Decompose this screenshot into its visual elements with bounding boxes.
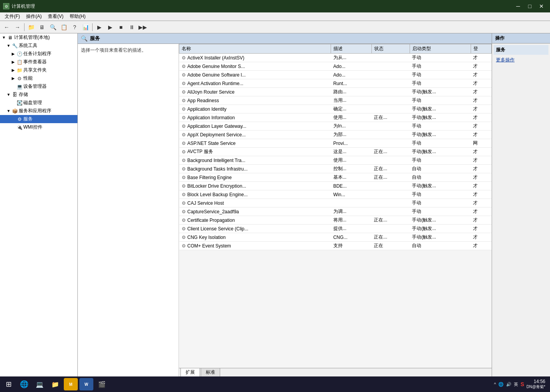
col-status[interactable]: 状态 [371, 44, 410, 54]
computer-button[interactable]: 🖥 [37, 23, 47, 32]
col-description[interactable]: 描述 [331, 44, 372, 54]
expand-storage[interactable]: ▼ [6, 92, 11, 97]
table-row[interactable]: ⚙ Block Level Backup Engine... Win... 手动… [179, 190, 492, 199]
play-button[interactable]: ▶ [94, 23, 104, 32]
sidebar-item-shared-folders[interactable]: ▶ 📁 共享文件夹 [0, 66, 77, 74]
table-row[interactable]: ⚙ COM+ Event System 支持 正在 自动 才 [179, 242, 492, 250]
service-desc-cell: 提供... [331, 225, 372, 233]
expand-shared-folders[interactable]: ▶ [11, 68, 16, 73]
table-row[interactable]: ⚙ Application Layer Gateway... 为In... 手动… [179, 122, 492, 131]
expand-task-scheduler[interactable]: ▶ [11, 52, 16, 56]
menu-item-查看V[interactable]: 查看(V) [45, 12, 67, 21]
sidebar-item-disk-management[interactable]: 💽 磁盘管理 [0, 99, 77, 107]
stop-button[interactable]: ■ [116, 23, 126, 32]
back-button[interactable]: ← [2, 23, 12, 32]
service-gear-icon: ⚙ [182, 243, 186, 249]
expand-event-viewer[interactable]: ▶ [11, 60, 16, 64]
table-row[interactable]: ⚙ Adobe Genuine Software l... Ado... 手动 … [179, 71, 492, 79]
expand-services-apps[interactable]: ▼ [6, 109, 11, 113]
help-button[interactable]: ? [70, 23, 80, 32]
table-row[interactable]: ⚙ AVCTP 服务 这是... 正在... 手动(触发... 才 [179, 148, 492, 156]
expand-performance[interactable]: ▶ [11, 76, 16, 81]
expand-system-tools[interactable]: ▼ [6, 44, 11, 48]
minimize-button[interactable]: ─ [513, 2, 524, 10]
forward-button[interactable]: → [12, 23, 23, 32]
service-startup-cell: 手动 [410, 190, 471, 199]
tab-expand[interactable]: 扩展 [180, 368, 200, 376]
maximize-button[interactable]: □ [524, 2, 535, 10]
table-row[interactable]: ⚙ App Readiness 当用... 手动 才 [179, 96, 492, 105]
service-gear-icon: ⚙ [182, 89, 186, 95]
menu-item-帮助H[interactable]: 帮助(H) [67, 12, 89, 21]
table-row[interactable]: ⚙ Background Tasks Infrastru... 控制... 正在… [179, 165, 492, 173]
expand-root[interactable]: ▼ [2, 35, 6, 40]
table-row[interactable]: ⚙ Agent Activation Runtime... Runt... 手动… [179, 79, 492, 88]
sidebar-item-device-manager[interactable]: 💻 设备管理器 [0, 82, 77, 91]
menu-item-文件F[interactable]: 文件(F) [2, 12, 23, 21]
export-button[interactable]: 📋 [59, 23, 69, 32]
taskbar-app-icon-s[interactable]: S [520, 381, 524, 387]
sidebar-item-storage[interactable]: ▼ 🗄 存储 [0, 91, 77, 99]
services-table-container[interactable]: 名称 描述 状态 启动类型 登 ⚙ ActiveX Installer (AxI… [179, 44, 492, 368]
titlebar-controls[interactable]: ─ □ ✕ [513, 2, 547, 10]
service-desc-cell: 路由... [331, 88, 372, 96]
taskbar-clock[interactable]: 14:56 DN@青菊* [527, 379, 546, 390]
sidebar-item-system-tools[interactable]: ▼ 🔧 系统工具 [0, 42, 77, 50]
view-button[interactable]: 📊 [81, 23, 91, 32]
sidebar-item-task-scheduler[interactable]: ▶ 🕐 任务计划程序 [0, 50, 77, 58]
sidebar-item-event-viewer[interactable]: ▶ 📋 事件查看器 [0, 58, 77, 66]
table-row[interactable]: ⚙ Adobe Genuine Monitor S... Ado... 手动 才 [179, 62, 492, 71]
table-row[interactable]: ⚙ Background Intelligent Tra... 使用... 手动… [179, 156, 492, 165]
taskbar-browser[interactable]: 🌐 [17, 378, 31, 390]
sidebar-item-root[interactable]: ▼ 🖥 计算机管理(本地) [0, 33, 77, 42]
table-row[interactable]: ⚙ CAJ Service Host 手动 才 [179, 199, 492, 207]
taskbar-word[interactable]: W [79, 378, 93, 390]
taskbar-folder[interactable]: 📁 [48, 378, 62, 390]
menu-item-操作A[interactable]: 操作(A) [23, 12, 45, 21]
table-row[interactable]: ⚙ Base Filtering Engine 基本... 正在... 自动 才 [179, 173, 492, 182]
expand-services[interactable] [11, 117, 16, 122]
taskbar-pc[interactable]: 💻 [33, 378, 47, 390]
sidebar-item-performance[interactable]: ▶ ⊙ 性能 [0, 74, 77, 82]
table-row[interactable]: ⚙ CNG Key Isolation CNG... 正在... 手动(触发..… [179, 233, 492, 242]
service-startup-cell: 手动 [410, 122, 471, 131]
search-button[interactable]: 🔍 [48, 23, 58, 32]
table-row[interactable]: ⚙ CaptureService_2aadf9a 为调... 手动 才 [179, 207, 492, 216]
sidebar-item-wmi[interactable]: 🔌 WMI控件 [0, 123, 77, 131]
taskbar-network-icon[interactable]: 🌐 [498, 382, 504, 387]
table-row[interactable]: ⚙ Client License Service (Clip... 提供... … [179, 225, 492, 233]
table-row[interactable]: ⚙ BitLocker Drive Encryption... BDE... 手… [179, 182, 492, 190]
taskbar-volume-icon[interactable]: 🔊 [506, 382, 511, 387]
play2-button[interactable]: ▶ [105, 23, 115, 32]
table-row[interactable]: ⚙ Application Information 使用... 正在... 手动… [179, 113, 492, 122]
sidebar-item-services-apps[interactable]: ▼ 📦 服务和应用程序 [0, 107, 77, 115]
expand-device-manager[interactable] [11, 84, 16, 89]
pause-button[interactable]: ⏸ [127, 23, 137, 32]
table-row[interactable]: ⚙ ASP.NET State Service Provi... 手动 网 [179, 139, 492, 148]
taskbar-start[interactable]: ⊞ [2, 378, 16, 390]
taskbar-expand-icon[interactable]: ^ [494, 382, 496, 387]
table-row[interactable]: ⚙ ActiveX Installer (AxInstSV) 为从... 手动 … [179, 54, 492, 62]
col-name[interactable]: 名称 [179, 44, 331, 54]
taskbar-media[interactable]: 🎬 [95, 378, 109, 390]
col-startup[interactable]: 启动类型 [410, 44, 471, 54]
sidebar-item-services[interactable]: ⚙ 服务 [0, 115, 77, 123]
service-startup-cell: 手动(触发... [410, 148, 471, 156]
service-status-cell [371, 207, 410, 216]
table-row[interactable]: ⚙ Application Identity 确定... 手动(触发... 才 [179, 105, 492, 113]
taskbar-input-icon[interactable]: 英 [514, 382, 518, 387]
service-status-cell [371, 199, 410, 207]
expand-wmi[interactable] [11, 125, 16, 130]
close-button[interactable]: ✕ [536, 2, 547, 10]
open-button[interactable]: 📁 [26, 23, 36, 32]
tab-standard[interactable]: 标准 [201, 368, 220, 376]
restart-button[interactable]: ▶▶ [138, 23, 148, 32]
service-name-cell: ⚙ Application Identity [179, 105, 331, 113]
table-row[interactable]: ⚙ AppX Deployment Service... 为部... 手动(触发… [179, 131, 492, 139]
col-logon[interactable]: 登 [471, 44, 491, 54]
table-row[interactable]: ⚙ AllJoyn Router Service 路由... 手动(触发... … [179, 88, 492, 96]
right-panel-more-actions[interactable]: 更多操作 [494, 56, 548, 64]
taskbar-mysql[interactable]: M [64, 378, 78, 390]
expand-disk-management[interactable] [11, 101, 16, 105]
table-row[interactable]: ⚙ Certificate Propagation 将用... 正在... 手动… [179, 216, 492, 225]
